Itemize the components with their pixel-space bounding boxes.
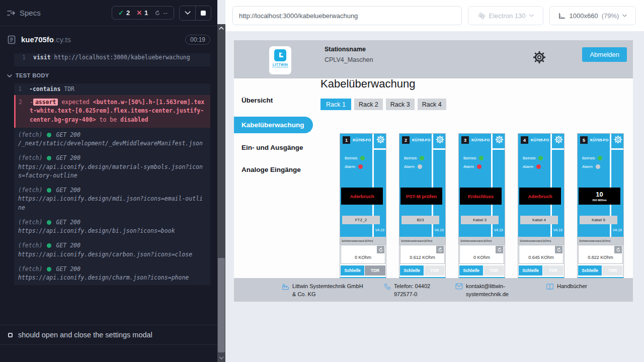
test-body-section[interactable]: TEST BODY: [0, 66, 217, 83]
fetch-row[interactable]: (fetch) GET 200 https://api.iconify.desi…: [14, 215, 210, 239]
tab-rack-1[interactable]: Rack 1: [320, 99, 351, 110]
footer-phone[interactable]: Telefon: 04402 972577-0: [384, 283, 445, 299]
tdr-button-disabled[interactable]: TDR: [484, 265, 504, 276]
reporter-scrollbar[interactable]: [217, 24, 225, 362]
scroll-down-arrow[interactable]: [217, 355, 225, 361]
schleife-button[interactable]: Schleife: [519, 265, 542, 276]
cross-icon: ✕: [136, 9, 142, 17]
station-label: Stationsname: [325, 46, 373, 53]
tab-rack-4[interactable]: Rack 4: [418, 99, 446, 110]
resistance-display: 0 KOhm: [341, 245, 385, 264]
specs-menu-button[interactable]: Specs: [7, 9, 41, 17]
viewport-selector[interactable]: 1000x660 (79%): [549, 6, 636, 25]
pending-test-row[interactable]: should open and close the settings modal: [0, 325, 217, 345]
schleife-button[interactable]: Schleife: [341, 265, 364, 276]
firmware-version: V4.19: [613, 228, 622, 232]
stop-button[interactable]: [195, 6, 211, 20]
specs-list-icon: [7, 10, 15, 17]
browser-selector[interactable]: Electron 130: [468, 6, 543, 25]
status-text: Aderbruch: [350, 194, 374, 199]
success-dot-icon: [47, 188, 51, 193]
spec-file-row[interactable]: kue705fo.cy.ts 00:19: [0, 26, 217, 53]
address-bar[interactable]: [232, 6, 462, 25]
app-header: LITTWIN SYSTEMTECHNIK Stationsname CPLV4…: [234, 40, 633, 78]
collapse-button[interactable]: [180, 6, 195, 20]
betrieb-label: Betrieb: [463, 156, 476, 160]
command-visit[interactable]: 1 visit http://localhost:3000/kabelueber…: [18, 53, 205, 63]
tdr-button-disabled[interactable]: TDR: [424, 265, 445, 276]
company-name: Littwin Systemtechnik GmbH & Co. KG: [292, 283, 366, 299]
refresh-button[interactable]: [377, 246, 384, 253]
fetch-row[interactable]: (fetch) GET 200 https://api.iconify.desi…: [14, 151, 210, 183]
line-number: 2: [19, 98, 26, 124]
betrieb-led: [420, 156, 424, 160]
aut-toolbar: Electron 130 1000x660 (79%): [225, 0, 644, 31]
card-number: 4: [521, 136, 528, 144]
card-settings-icon[interactable]: [495, 135, 504, 144]
settings-gear-icon[interactable]: [533, 51, 546, 64]
logout-button[interactable]: Abmelden: [582, 47, 627, 62]
specs-label: Specs: [20, 9, 41, 17]
scrollbar-thumb[interactable]: [218, 258, 225, 352]
fetch-row[interactable]: (fetch) GET 200 https://api.iconify.desi…: [14, 183, 210, 215]
success-dot-icon: [47, 243, 51, 248]
schleife-button[interactable]: Schleife: [400, 265, 424, 276]
sidebar-item-kabelueberwachung[interactable]: Kabelüberwachung: [234, 117, 313, 133]
sidebar-item-analoge-eingaenge[interactable]: Analoge Eingänge: [242, 166, 301, 173]
scroll-up-arrow[interactable]: [217, 25, 225, 31]
tdr-button-disabled[interactable]: TDR: [602, 265, 623, 276]
tdr-button[interactable]: TDR: [365, 265, 385, 276]
tab-rack-2[interactable]: Rack 2: [354, 99, 383, 110]
card-number: 5: [580, 136, 588, 144]
email-icon: [455, 283, 463, 290]
stop-icon: [201, 11, 206, 16]
device-card-4: 4 KÜ705-FO Betrieb Alarm Aderbruch Kabel…: [518, 133, 565, 282]
stat-pending: --: [154, 9, 168, 17]
status-display: 10 ISO MOhm: [579, 188, 620, 205]
chevron-down-icon: [185, 11, 191, 15]
refresh-button[interactable]: [555, 246, 562, 253]
card-settings-icon[interactable]: [614, 135, 622, 144]
sidebar-item-uebersicht[interactable]: Übersicht: [242, 97, 273, 104]
card-settings-icon[interactable]: [554, 135, 563, 144]
spec-file-name: kue705fo: [21, 35, 54, 44]
status-unit: ISO MOhm: [592, 199, 606, 202]
device-panel: 5 KÜ705-FO Betrieb Alarm 10 ISO MOhm Kab…: [578, 134, 623, 237]
spec-file-icon: [7, 35, 16, 44]
tdr-button-disabled[interactable]: TDR: [543, 265, 564, 276]
command-contains[interactable]: 1 -contains TDR: [14, 83, 210, 95]
refresh-button[interactable]: [436, 246, 444, 253]
betrieb-led: [538, 156, 543, 160]
sidebar-item-ein-und-ausgaenge[interactable]: Ein- und Ausgänge: [242, 144, 303, 151]
fetch-url: /_next/static/development/_devMiddleware…: [18, 139, 205, 148]
schleife-button[interactable]: Schleife: [459, 265, 483, 276]
alarm-led: [358, 164, 363, 169]
status-display: Erdschluss: [460, 188, 502, 205]
test-stats: ✓ 2 ✕ 1 --: [112, 6, 174, 20]
tab-rack-3[interactable]: Rack 3: [386, 99, 415, 110]
schleife-button[interactable]: Schleife: [578, 265, 602, 276]
status-text: Erdschluss: [468, 194, 494, 199]
chevron-down-icon: [622, 14, 627, 17]
command-name: visit: [33, 54, 51, 61]
resistance-label: Schleifenwiderstand [kOhm]: [578, 237, 623, 245]
viewport-zoom: (79%): [602, 12, 619, 20]
check-icon: ✓: [118, 9, 124, 17]
card-settings-icon[interactable]: [436, 135, 444, 144]
refresh-button[interactable]: [496, 246, 503, 253]
fetch-row[interactable]: (fetch) GET 200 /_next/static/developmen…: [14, 128, 210, 151]
refresh-button[interactable]: [614, 246, 622, 253]
fetch-row[interactable]: (fetch) GET 200 https://api.iconify.desi…: [14, 262, 210, 286]
command-assert-failed[interactable]: 2 -assert expected <button.w-[50%].h-[1.…: [14, 95, 210, 128]
footer-email[interactable]: kontakt@littwin-systemtechnik.de: [455, 283, 520, 299]
assert-badge: assert: [33, 99, 58, 106]
littwin-logo-icon: [274, 49, 286, 61]
card-settings-icon[interactable]: [376, 135, 385, 144]
refresh-icon: [154, 10, 160, 16]
fetch-row[interactable]: (fetch) GET 200 https://api.iconify.desi…: [14, 238, 210, 262]
status-text: 10: [596, 191, 603, 198]
footer-manuals[interactable]: Handbücher: [546, 283, 587, 291]
led-block: Betrieb Alarm: [345, 154, 365, 171]
passed-count: 2: [126, 9, 130, 17]
device-panel: 2 KÜ705-FO Betrieb Alarm PST-M prüfen B2…: [399, 134, 445, 237]
